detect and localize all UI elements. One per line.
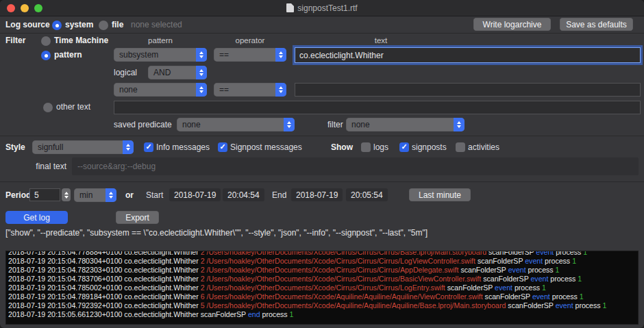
saved-predicate-popup[interactable]: none — [177, 118, 295, 131]
log-segment: event — [508, 266, 528, 274]
log-segment: scanFolderSP — [478, 257, 525, 265]
log-segment: event — [530, 275, 550, 283]
or-label: or — [125, 190, 134, 200]
log-segment: 1 — [572, 257, 578, 265]
end-time-field[interactable]: 20:05:54 — [346, 188, 388, 201]
log-segment: event — [536, 251, 556, 256]
log-segment: scanFolderSP — [508, 301, 555, 310]
filter-popup[interactable]: none — [346, 118, 465, 131]
log-segment: event — [525, 257, 545, 265]
signpost-messages-checkbox[interactable]: ✓ — [218, 142, 227, 152]
logical-popup[interactable]: AND — [148, 66, 207, 79]
log-segment: process — [575, 301, 603, 310]
check-icon: ✓ — [399, 142, 409, 151]
log-segment: event — [556, 301, 575, 310]
log-segment: 2018-07-19 20:15:04.789184+0100 co.eclec… — [8, 292, 201, 301]
log-row: 2018-07-19 20:15:04.782303+0100 co.eclec… — [8, 266, 636, 275]
logs-checkbox[interactable] — [361, 142, 371, 152]
show-label: Show — [331, 142, 353, 152]
log-segment: 6 /Users/hoakley/OtherDocuments/Xcode/Aq… — [201, 292, 485, 301]
minimize-button[interactable] — [21, 4, 29, 12]
popup-value: == — [214, 85, 275, 94]
end-label: End — [272, 190, 286, 200]
system-radio[interactable] — [52, 21, 62, 30]
style-label: Style — [5, 142, 25, 152]
start-date-field[interactable]: 2018-07-19 — [169, 188, 221, 201]
log-row: 2018-07-19 20:15:04.783706+0100 co.eclec… — [8, 275, 636, 283]
time-machine-radio[interactable] — [41, 36, 51, 46]
log-segment: 2018-07-19 20:15:04.783706+0100 co.eclec… — [8, 275, 201, 283]
pattern2-popup[interactable]: none — [114, 83, 207, 97]
log-row: 2018-07-19 20:15:04.780304+0100 co.eclec… — [8, 257, 636, 266]
popup-value: none — [346, 120, 454, 129]
log-segment: 1 — [542, 283, 548, 292]
period-value-input[interactable] — [29, 188, 60, 201]
logical-label: logical — [114, 68, 137, 77]
log-row: 2018-07-19 20:15:04.792392+0100 co.eclec… — [8, 301, 636, 310]
document-icon — [286, 3, 294, 12]
popup-value: none — [114, 85, 196, 94]
popup-value: min — [74, 190, 106, 200]
close-button[interactable] — [7, 4, 15, 12]
export-button[interactable]: Export — [116, 211, 159, 224]
period-label: Period — [5, 190, 31, 200]
chevron-up-down-icon — [196, 83, 207, 97]
file-radio[interactable] — [99, 21, 108, 30]
log-segment: 2 /Users/hoakley/OtherDocuments/Xcode/Ci… — [201, 283, 447, 292]
zoom-button[interactable] — [34, 4, 42, 12]
pattern-radio[interactable] — [41, 51, 51, 60]
operator2-popup[interactable]: == — [214, 83, 286, 97]
log-segment: 1 — [290, 310, 296, 318]
chevron-up-down-icon — [454, 118, 465, 131]
other-text-input[interactable] — [114, 101, 641, 114]
write-logarchive-button[interactable]: Write logarchive — [473, 18, 551, 31]
check-icon: ✓ — [144, 142, 153, 151]
popup-value: AND — [148, 68, 196, 77]
activities-checkbox[interactable] — [456, 142, 465, 152]
log-row: 2018-07-19 20:15:04.789184+0100 co.eclec… — [8, 292, 636, 301]
signposts-label: signposts — [412, 142, 447, 152]
filter-text2-input[interactable] — [295, 83, 641, 97]
chevron-up-down-icon — [196, 48, 207, 62]
operator1-popup[interactable]: == — [214, 48, 286, 62]
log-segment: scanFolderSP — [483, 275, 530, 283]
last-minute-button[interactable]: Last minute — [409, 188, 471, 201]
final-text-area — [72, 157, 639, 175]
log-segment: 2018-07-19 20:15:04.782303+0100 co.eclec… — [8, 266, 201, 274]
period-unit-popup[interactable]: min — [74, 188, 116, 202]
pattern1-popup[interactable]: subsystem — [114, 48, 207, 62]
time-machine-radio-label: Time Machine — [54, 36, 108, 45]
log-segment: 2 /Users/hoakley/OtherDocuments/Xcode/Ci… — [201, 266, 461, 274]
divider — [0, 33, 644, 34]
filter-text1-input[interactable] — [295, 47, 641, 63]
activities-label: activities — [468, 142, 499, 152]
other-text-radio[interactable] — [43, 103, 53, 112]
log-segment: process — [515, 283, 542, 292]
log-segment: 1 — [556, 266, 562, 274]
log-segment: end — [248, 310, 262, 318]
pattern-column-header: pattern — [133, 36, 188, 45]
style-popup[interactable]: signfull — [32, 140, 134, 154]
chevron-up-down-icon — [123, 140, 134, 154]
save-as-defaults-button[interactable]: Save as defaults — [560, 18, 633, 31]
log-segment: scanFolderSP — [447, 283, 495, 292]
final-text-input[interactable] — [72, 162, 639, 171]
window-title: signpostTest1.rtf — [297, 3, 357, 13]
period-stepper[interactable] — [62, 188, 71, 201]
none-selected-text: none selected — [131, 20, 182, 29]
check-icon: ✓ — [218, 142, 227, 151]
chevron-up-down-icon — [275, 83, 286, 97]
signposts-checkbox[interactable]: ✓ — [399, 142, 409, 152]
title-bar: signpostTest1.rtf — [0, 0, 644, 16]
end-date-field[interactable]: 2018-07-19 — [291, 188, 343, 201]
log-segment: scanFolderSP — [485, 292, 532, 301]
start-time-field[interactable]: 20:04:54 — [223, 188, 264, 201]
text-column-header: text — [354, 36, 408, 45]
log-source-label: Log source — [5, 20, 50, 29]
log-segment: scanFolderSP — [201, 310, 248, 318]
info-messages-checkbox[interactable]: ✓ — [144, 142, 153, 152]
log-output[interactable]: 2018-07-19 20:15:04.778884+0100 co.eclec… — [5, 251, 639, 325]
get-log-button[interactable]: Get log — [5, 211, 68, 224]
operator-column-header: operator — [223, 36, 277, 45]
logs-label: logs — [373, 142, 388, 152]
